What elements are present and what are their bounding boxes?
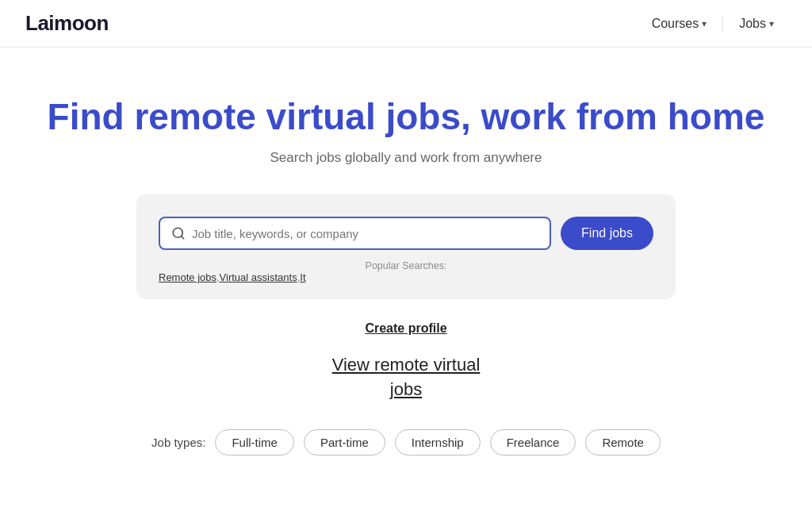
nav: Courses ▾ Jobs ▾ — [639, 10, 787, 37]
logo[interactable]: Laimoon — [25, 11, 109, 36]
job-type-fulltime[interactable]: Full-time — [215, 429, 294, 455]
create-profile-link[interactable]: Create profile — [365, 321, 446, 335]
create-profile-section: Create profile — [25, 321, 787, 336]
job-types-label: Job types: — [151, 436, 205, 449]
svg-line-1 — [181, 236, 183, 239]
search-icon — [171, 226, 186, 240]
hero-section: Find remote virtual jobs, work from home… — [0, 48, 812, 503]
popular-searches-label: Popular Searches: — [366, 260, 447, 271]
view-jobs-section: View remote virtualjobs — [25, 353, 787, 402]
nav-jobs[interactable]: Jobs ▾ — [726, 10, 787, 37]
search-input-wrapper — [159, 217, 551, 250]
popular-links-list: Remote jobs, Virtual assistants, It — [159, 271, 653, 283]
job-type-freelance[interactable]: Freelance — [490, 429, 576, 455]
find-jobs-button[interactable]: Find jobs — [561, 217, 653, 250]
search-input[interactable] — [192, 227, 538, 240]
popular-link-remote-jobs[interactable]: Remote jobs — [159, 271, 216, 283]
jobs-label: Jobs — [739, 17, 766, 31]
job-type-remote[interactable]: Remote — [585, 429, 661, 455]
courses-label: Courses — [652, 17, 699, 31]
popular-searches: Popular Searches: Remote jobs, Virtual a… — [159, 259, 653, 283]
view-jobs-text: View remote virtualjobs — [332, 355, 481, 399]
job-type-internship[interactable]: Internship — [395, 429, 481, 455]
jobs-chevron-icon: ▾ — [769, 18, 774, 29]
search-container: Find jobs Popular Searches: Remote jobs,… — [136, 194, 676, 299]
popular-link-virtual-assistants[interactable]: Virtual assistants — [220, 271, 297, 283]
hero-title: Find remote virtual jobs, work from home — [25, 95, 787, 139]
courses-chevron-icon: ▾ — [702, 18, 707, 29]
job-type-parttime[interactable]: Part-time — [304, 429, 385, 455]
nav-courses[interactable]: Courses ▾ — [639, 10, 720, 37]
job-types-section: Job types: Full-time Part-time Internshi… — [25, 429, 787, 479]
header: Laimoon Courses ▾ Jobs ▾ — [0, 0, 812, 48]
view-jobs-link[interactable]: View remote virtualjobs — [332, 355, 481, 399]
hero-subtitle: Search jobs globally and work from anywh… — [25, 150, 787, 166]
nav-divider — [722, 17, 723, 31]
search-row: Find jobs — [159, 217, 653, 250]
popular-link-it[interactable]: It — [300, 271, 305, 283]
